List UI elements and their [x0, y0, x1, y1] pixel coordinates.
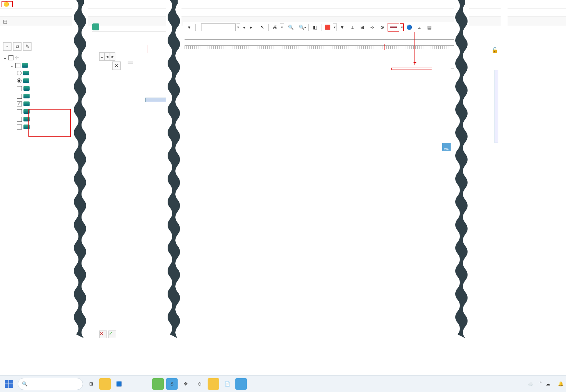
app-icon-2[interactable]: [208, 378, 219, 390]
cloud-icon[interactable]: ☁: [546, 381, 550, 387]
next-button[interactable]: ▸: [110, 52, 115, 61]
snap-button[interactable]: ⊗: [378, 23, 387, 32]
show-model-button[interactable]: ⟁: [415, 23, 424, 32]
tray-expand-icon[interactable]: ˄: [539, 381, 542, 387]
line-pz-label: [128, 61, 133, 64]
next-line-button[interactable]: ▸: [248, 23, 254, 32]
zoom-out-button[interactable]: 🔍-: [298, 23, 307, 32]
notification-icon[interactable]: 🔔: [558, 381, 564, 387]
svg-rect-2: [5, 384, 8, 388]
move-icon[interactable]: ✥: [180, 378, 191, 390]
taskbar-search[interactable]: 🔍: [18, 378, 83, 390]
support-icon: [23, 86, 30, 91]
line-no-select[interactable]: [201, 23, 236, 31]
ruler-marker: [148, 45, 148, 53]
tree-pz[interactable]: [3, 100, 76, 108]
checkbox[interactable]: [17, 125, 22, 130]
dropdown-button[interactable]: ⌄: [99, 52, 105, 61]
tree-support-reactions[interactable]: ⌄ ⊹: [3, 54, 76, 61]
bottom-icons: ✕ ✓: [99, 331, 116, 338]
static-analysis-icon: ▤: [3, 19, 7, 24]
chart-svg: [183, 88, 398, 177]
main-toolbar: ▾ ▾ ◂ ▸ ↖ 🖨▾ 🔍+ 🔍- ◧ 🟥▾ ▼ ⟂ ⊞ ⊹ ⊗ ▾ 🔵 ⟁ …: [183, 22, 460, 32]
line-support-icon: [22, 63, 28, 68]
smoothing-dropdown[interactable]: ▾: [400, 23, 404, 31]
main-ruler: [183, 34, 460, 51]
expand-icon[interactable]: ⌄: [3, 55, 7, 60]
tree-px[interactable]: [3, 85, 76, 92]
tree-global[interactable]: [3, 77, 76, 85]
start-button[interactable]: [2, 377, 15, 390]
checkbox[interactable]: [8, 55, 13, 60]
dropdown-icon[interactable]: ▾: [280, 23, 284, 31]
constant-smoothing-button[interactable]: [388, 23, 399, 32]
app-icon: 🟡: [3, 2, 9, 7]
tree-mz[interactable]: [3, 123, 76, 131]
tree-line-supports[interactable]: ⌄: [3, 61, 76, 69]
teamviewer-icon[interactable]: ⊙: [194, 378, 205, 390]
prev-button[interactable]: ◂: [105, 52, 110, 61]
view-mode-button[interactable]: ◧: [310, 23, 320, 32]
radio[interactable]: [17, 78, 22, 83]
grid-button[interactable]: ⊹: [368, 23, 377, 32]
scrollbar[interactable]: [494, 70, 498, 143]
tree-local[interactable]: [3, 69, 76, 77]
tree-my[interactable]: [3, 115, 76, 123]
dropdown-icon[interactable]: ▾: [236, 23, 240, 31]
new-set-button[interactable]: ▫: [3, 42, 12, 51]
support-icon: [23, 101, 30, 106]
window-title-box: 🟡: [2, 1, 13, 7]
prev-line-button[interactable]: ◂: [241, 23, 247, 32]
checkbox[interactable]: [17, 86, 22, 91]
copy-set-button[interactable]: ⧉: [13, 42, 22, 51]
torn-edge: [501, 0, 508, 169]
checkbox[interactable]: [17, 101, 22, 106]
search-icon: 🔍: [22, 381, 28, 387]
tree-mx[interactable]: [3, 108, 76, 115]
delete-button[interactable]: ✕: [99, 331, 107, 338]
notepad-icon[interactable]: 📄: [221, 378, 233, 390]
results-icon: [92, 23, 99, 30]
support-icon: [23, 78, 29, 83]
extremes-button[interactable]: ⟂: [348, 23, 357, 32]
print-button[interactable]: 🖨: [270, 23, 280, 32]
edit-set-button[interactable]: ✎: [23, 42, 32, 51]
checkbox[interactable]: [17, 109, 22, 114]
annotation-arrow: [415, 32, 415, 65]
torn-edge: [454, 0, 469, 338]
result-toggle-button[interactable]: 🟥: [323, 23, 332, 32]
zoom-in-button[interactable]: 🔍+: [288, 23, 297, 32]
checkbox[interactable]: [15, 63, 20, 68]
filter-button[interactable]: ▼: [338, 23, 347, 32]
taskview-icon[interactable]: ⊞: [85, 378, 97, 390]
torn-edge: [72, 0, 88, 338]
torn-edge: [166, 0, 181, 338]
dropdown-icon[interactable]: ▾: [333, 23, 337, 31]
weather-widget[interactable]: ☁️: [528, 381, 536, 387]
deform-button[interactable]: 🔵: [405, 23, 414, 32]
support-icon: [23, 125, 30, 129]
support-icon: [23, 71, 29, 75]
svg-rect-1: [9, 380, 13, 384]
support-icon: [23, 109, 30, 114]
support-icon: [23, 117, 30, 121]
labels-button[interactable]: ⊞: [358, 23, 367, 32]
snagit-icon[interactable]: S: [166, 378, 178, 390]
radio[interactable]: [17, 71, 22, 75]
tree-py[interactable]: [3, 92, 76, 100]
lock-icon[interactable]: 🔓: [491, 47, 498, 53]
svg-rect-3: [9, 384, 13, 388]
app-icon-3[interactable]: [235, 378, 247, 390]
edge-icon[interactable]: 🟦: [113, 378, 125, 390]
explorer-icon[interactable]: [99, 378, 111, 390]
checkbox[interactable]: [17, 117, 22, 122]
pick-button[interactable]: ↖: [258, 23, 267, 32]
close-panel-button[interactable]: ✕: [112, 61, 121, 70]
checkbox[interactable]: [17, 94, 22, 99]
settings-button[interactable]: ▤: [424, 23, 434, 32]
max-filter-icon[interactable]: max: [442, 143, 451, 151]
nav-button[interactable]: ▾: [185, 23, 194, 32]
expand-icon[interactable]: ⌄: [10, 63, 14, 68]
app-icon-1[interactable]: [152, 378, 164, 390]
check-button[interactable]: ✓: [108, 331, 116, 338]
